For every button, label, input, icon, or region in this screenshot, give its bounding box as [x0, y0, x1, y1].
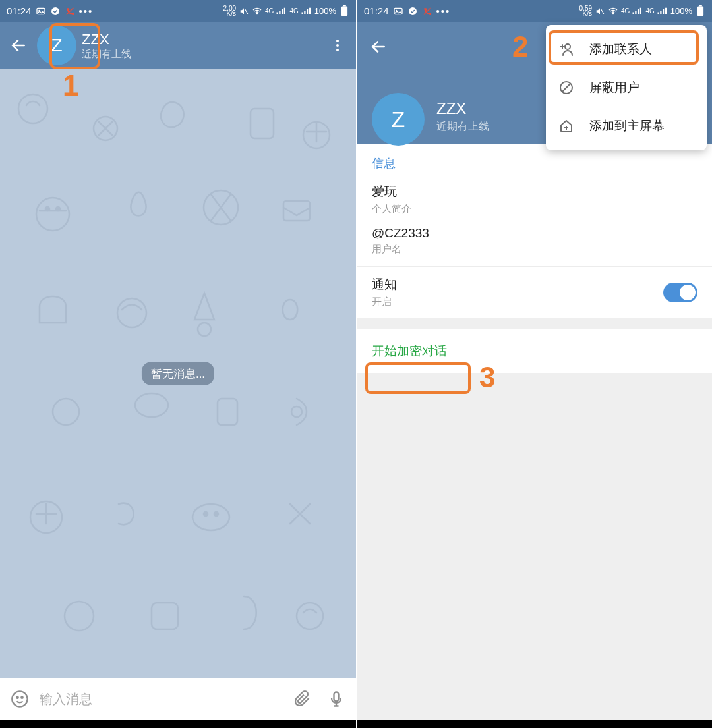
menu-add-contact-label: 添加联系人 — [589, 41, 652, 58]
chat-name: ZZX — [82, 31, 324, 48]
svg-rect-44 — [334, 692, 339, 702]
notification-row[interactable]: 通知 开启 — [372, 276, 697, 308]
svg-rect-7 — [280, 11, 281, 14]
secret-chat-label: 开始加密对话 — [372, 344, 447, 358]
voice-button[interactable] — [322, 685, 351, 714]
profile-info-section: 信息 爱玩 个人简介 @CZ2333 用户名 通知 开启 — [357, 144, 712, 318]
bio-label: 个人简介 — [372, 203, 697, 215]
battery-icon-r — [695, 6, 705, 16]
bio-value: 爱玩 — [372, 183, 697, 200]
svg-point-61 — [565, 44, 570, 49]
chat-last-seen: 近期有上线 — [82, 48, 324, 61]
svg-point-23 — [36, 198, 69, 231]
menu-block-user[interactable]: 屏蔽用户 — [546, 69, 707, 107]
battery-icon — [339, 6, 349, 16]
svg-point-43 — [21, 697, 22, 698]
svg-rect-10 — [301, 12, 303, 14]
signal-4g-label-r2: 4G — [645, 7, 654, 14]
chat-title-area[interactable]: ZZX 近期有上线 — [82, 31, 324, 61]
emoji-button[interactable] — [5, 685, 34, 714]
chat-body[interactable]: 暂无消息... — [0, 69, 356, 678]
block-icon — [558, 79, 575, 96]
arrow-left-icon — [370, 38, 387, 55]
svg-rect-57 — [663, 9, 664, 14]
username-label: 用户名 — [372, 243, 697, 256]
profile-name: ZZX — [436, 99, 489, 118]
paperclip-icon — [293, 690, 311, 708]
notification-toggle[interactable] — [663, 283, 697, 302]
profile-avatar[interactable]: Z — [372, 93, 425, 146]
options-dropdown-menu: 添加联系人 屏蔽用户 添加到主屏幕 — [546, 25, 707, 150]
notif-title: 通知 — [372, 276, 397, 293]
username-value: @CZ2333 — [372, 226, 697, 240]
svg-point-36 — [204, 512, 208, 516]
message-input[interactable] — [40, 692, 282, 707]
net-speed-indicator-r: 0.59K/s — [579, 6, 592, 16]
svg-point-30 — [53, 399, 79, 425]
svg-rect-53 — [638, 9, 639, 14]
empty-chat-text: 暂无消息... — [151, 368, 205, 380]
android-nav-bar-right — [357, 720, 712, 728]
profile-avatar-letter: Z — [392, 107, 405, 132]
start-secret-chat-button[interactable]: 开始加密对话 — [357, 329, 712, 373]
more-vertical-icon — [330, 38, 345, 53]
signal-4g-label-r: 4G — [621, 7, 630, 14]
more-options-button[interactable] — [324, 32, 351, 59]
attach-button[interactable] — [287, 685, 316, 714]
svg-point-25 — [56, 207, 60, 211]
check-icon-r — [407, 6, 418, 16]
empty-chat-pill: 暂无消息... — [142, 362, 214, 385]
svg-point-19 — [18, 94, 47, 123]
svg-rect-39 — [152, 603, 178, 629]
microphone-icon — [327, 690, 345, 708]
svg-rect-56 — [660, 11, 661, 14]
svg-line-4 — [245, 8, 248, 13]
svg-point-38 — [65, 602, 94, 630]
svg-point-16 — [336, 40, 339, 42]
svg-point-2 — [51, 7, 59, 15]
svg-rect-9 — [284, 7, 285, 14]
svg-rect-52 — [636, 11, 637, 14]
section-title-info: 信息 — [372, 155, 697, 171]
svg-rect-11 — [304, 11, 305, 14]
svg-point-31 — [135, 393, 168, 417]
svg-point-50 — [612, 13, 613, 14]
more-dots-icon-r: ••• — [436, 5, 451, 16]
svg-point-18 — [336, 49, 339, 51]
more-dots-icon: ••• — [79, 5, 94, 16]
username-row[interactable]: @CZ2333 用户名 — [372, 226, 697, 256]
svg-rect-0 — [37, 8, 45, 14]
svg-rect-21 — [251, 109, 274, 138]
signal-bars-icon-r2 — [657, 6, 668, 16]
svg-rect-6 — [277, 12, 278, 14]
svg-line-63 — [562, 84, 570, 92]
arrow-left-icon — [10, 37, 27, 54]
annotation-number-2: 2 — [512, 30, 528, 63]
check-icon — [50, 6, 61, 16]
profile-back-button[interactable] — [365, 34, 392, 60]
annotation-number-3: 3 — [479, 361, 495, 394]
back-button[interactable] — [5, 32, 32, 59]
signal-4g-label-2: 4G — [289, 7, 298, 14]
svg-rect-15 — [341, 7, 347, 16]
chat-input-bar — [0, 678, 356, 720]
mute-icon-r — [595, 6, 605, 16]
menu-add-home[interactable]: 添加到主屏幕 — [546, 107, 707, 145]
svg-rect-45 — [394, 8, 402, 14]
net-speed-indicator: 2.00K/s — [223, 6, 236, 16]
notif-status: 开启 — [372, 296, 397, 308]
signal-bars-icon — [276, 6, 287, 16]
profile-last-seen: 近期有上线 — [436, 120, 489, 134]
svg-rect-59 — [699, 5, 702, 7]
bio-row[interactable]: 爱玩 个人简介 — [372, 183, 697, 215]
battery-percent-r: 100% — [670, 6, 692, 16]
divider — [357, 266, 712, 267]
chat-avatar[interactable]: Z — [37, 26, 76, 65]
svg-rect-60 — [697, 7, 703, 16]
toggle-knob — [680, 285, 696, 300]
signal-bars-icon-r — [632, 6, 643, 16]
svg-rect-12 — [307, 9, 308, 14]
menu-add-contact[interactable]: 添加联系人 — [546, 30, 707, 69]
svg-rect-51 — [633, 12, 634, 14]
svg-point-35 — [193, 504, 229, 530]
